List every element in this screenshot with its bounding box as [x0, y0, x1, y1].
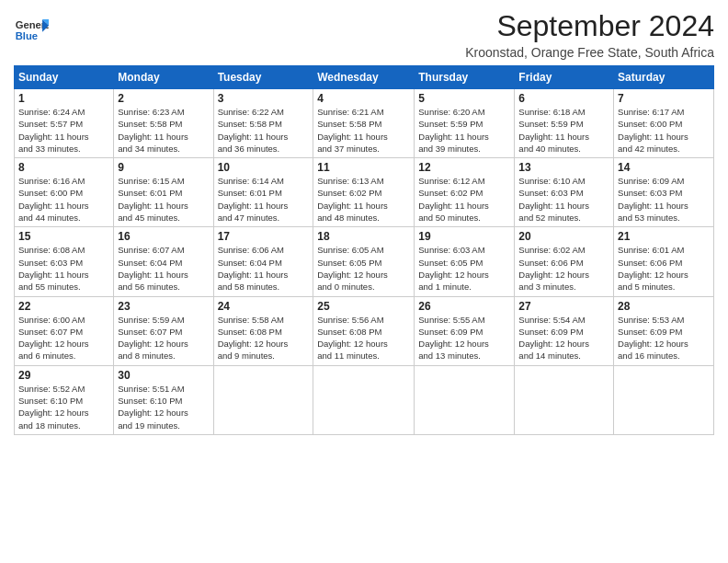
- day-cell: [313, 365, 415, 434]
- day-cell: 2Sunrise: 6:23 AM Sunset: 5:58 PM Daylig…: [114, 89, 213, 158]
- day-info: Sunrise: 6:00 AM Sunset: 6:07 PM Dayligh…: [18, 314, 109, 362]
- day-cell: 25Sunrise: 5:56 AM Sunset: 6:08 PM Dayli…: [313, 296, 415, 365]
- day-info: Sunrise: 6:16 AM Sunset: 6:00 PM Dayligh…: [18, 175, 109, 224]
- day-info: Sunrise: 6:20 AM Sunset: 5:59 PM Dayligh…: [418, 106, 510, 155]
- day-number: 2: [118, 92, 209, 105]
- day-cell: 9Sunrise: 6:15 AM Sunset: 6:01 PM Daylig…: [114, 158, 213, 227]
- day-cell: 29Sunrise: 5:52 AM Sunset: 6:10 PM Dayli…: [15, 365, 114, 434]
- day-cell: 10Sunrise: 6:14 AM Sunset: 6:01 PM Dayli…: [213, 158, 313, 227]
- weekday-header-row: SundayMondayTuesdayWednesdayThursdayFrid…: [15, 66, 714, 89]
- day-info: Sunrise: 6:17 AM Sunset: 6:00 PM Dayligh…: [618, 106, 710, 155]
- title-area: September 2024 Kroonstad, Orange Free St…: [465, 9, 714, 60]
- day-number: 17: [218, 230, 310, 243]
- day-cell: 7Sunrise: 6:17 AM Sunset: 6:00 PM Daylig…: [614, 89, 714, 158]
- day-cell: 26Sunrise: 5:55 AM Sunset: 6:09 PM Dayli…: [415, 296, 515, 365]
- day-info: Sunrise: 6:14 AM Sunset: 6:01 PM Dayligh…: [218, 175, 310, 224]
- logo: General Blue: [14, 13, 51, 48]
- day-cell: 13Sunrise: 6:10 AM Sunset: 6:03 PM Dayli…: [515, 158, 614, 227]
- week-row-3: 15Sunrise: 6:08 AM Sunset: 6:03 PM Dayli…: [15, 227, 714, 296]
- day-number: 26: [418, 300, 510, 313]
- day-number: 28: [618, 300, 710, 313]
- day-cell: 22Sunrise: 6:00 AM Sunset: 6:07 PM Dayli…: [15, 296, 114, 365]
- day-info: Sunrise: 6:02 AM Sunset: 6:06 PM Dayligh…: [518, 244, 609, 293]
- header: General Blue September 2024 Kroonstad, O…: [14, 9, 714, 60]
- day-number: 23: [118, 300, 209, 313]
- day-cell: 3Sunrise: 6:22 AM Sunset: 5:58 PM Daylig…: [213, 89, 313, 158]
- day-info: Sunrise: 5:54 AM Sunset: 6:09 PM Dayligh…: [518, 314, 609, 362]
- day-info: Sunrise: 5:58 AM Sunset: 6:08 PM Dayligh…: [218, 314, 310, 362]
- day-cell: 12Sunrise: 6:12 AM Sunset: 6:02 PM Dayli…: [415, 158, 515, 227]
- day-info: Sunrise: 5:59 AM Sunset: 6:07 PM Dayligh…: [118, 314, 209, 362]
- day-cell: 4Sunrise: 6:21 AM Sunset: 5:58 PM Daylig…: [313, 89, 415, 158]
- weekday-monday: Monday: [114, 66, 213, 89]
- week-row-2: 8Sunrise: 6:16 AM Sunset: 6:00 PM Daylig…: [15, 158, 714, 227]
- day-number: 20: [518, 230, 609, 243]
- day-number: 14: [618, 161, 710, 174]
- day-cell: 1Sunrise: 6:24 AM Sunset: 5:57 PM Daylig…: [15, 89, 114, 158]
- day-info: Sunrise: 6:12 AM Sunset: 6:02 PM Dayligh…: [418, 175, 510, 224]
- day-info: Sunrise: 6:03 AM Sunset: 6:05 PM Dayligh…: [418, 244, 510, 293]
- day-cell: [614, 365, 714, 434]
- day-cell: 20Sunrise: 6:02 AM Sunset: 6:06 PM Dayli…: [515, 227, 614, 296]
- day-info: Sunrise: 6:01 AM Sunset: 6:06 PM Dayligh…: [618, 244, 710, 293]
- page: General Blue September 2024 Kroonstad, O…: [0, 0, 728, 563]
- day-info: Sunrise: 6:10 AM Sunset: 6:03 PM Dayligh…: [518, 175, 609, 224]
- day-cell: 30Sunrise: 5:51 AM Sunset: 6:10 PM Dayli…: [114, 365, 213, 434]
- day-number: 25: [317, 300, 410, 313]
- day-info: Sunrise: 6:24 AM Sunset: 5:57 PM Dayligh…: [18, 106, 109, 155]
- day-info: Sunrise: 6:21 AM Sunset: 5:58 PM Dayligh…: [317, 106, 410, 155]
- weekday-wednesday: Wednesday: [313, 66, 415, 89]
- day-info: Sunrise: 6:22 AM Sunset: 5:58 PM Dayligh…: [218, 106, 310, 155]
- day-info: Sunrise: 6:09 AM Sunset: 6:03 PM Dayligh…: [618, 175, 710, 224]
- day-cell: 5Sunrise: 6:20 AM Sunset: 5:59 PM Daylig…: [415, 89, 515, 158]
- day-number: 15: [18, 230, 109, 243]
- day-info: Sunrise: 6:18 AM Sunset: 5:59 PM Dayligh…: [518, 106, 609, 155]
- day-cell: 11Sunrise: 6:13 AM Sunset: 6:02 PM Dayli…: [313, 158, 415, 227]
- day-number: 22: [18, 300, 109, 313]
- day-cell: 16Sunrise: 6:07 AM Sunset: 6:04 PM Dayli…: [114, 227, 213, 296]
- day-info: Sunrise: 5:55 AM Sunset: 6:09 PM Dayligh…: [418, 314, 510, 362]
- day-cell: 15Sunrise: 6:08 AM Sunset: 6:03 PM Dayli…: [15, 227, 114, 296]
- day-number: 11: [317, 161, 410, 174]
- day-number: 21: [618, 230, 710, 243]
- calendar: SundayMondayTuesdayWednesdayThursdayFrid…: [14, 65, 714, 435]
- logo-icon: General Blue: [14, 13, 49, 48]
- day-number: 3: [218, 92, 310, 105]
- day-number: 19: [418, 230, 510, 243]
- week-row-1: 1Sunrise: 6:24 AM Sunset: 5:57 PM Daylig…: [15, 89, 714, 158]
- day-number: 29: [18, 369, 109, 382]
- location-subtitle: Kroonstad, Orange Free State, South Afri…: [465, 45, 714, 60]
- day-number: 12: [418, 161, 510, 174]
- month-title: September 2024: [465, 9, 714, 43]
- day-cell: 23Sunrise: 5:59 AM Sunset: 6:07 PM Dayli…: [114, 296, 213, 365]
- day-number: 13: [518, 161, 609, 174]
- day-cell: 6Sunrise: 6:18 AM Sunset: 5:59 PM Daylig…: [515, 89, 614, 158]
- day-cell: 19Sunrise: 6:03 AM Sunset: 6:05 PM Dayli…: [415, 227, 515, 296]
- day-number: 8: [18, 161, 109, 174]
- weekday-sunday: Sunday: [15, 66, 114, 89]
- day-info: Sunrise: 6:08 AM Sunset: 6:03 PM Dayligh…: [18, 244, 109, 293]
- day-number: 18: [317, 230, 410, 243]
- day-number: 16: [118, 230, 209, 243]
- day-number: 27: [518, 300, 609, 313]
- day-cell: 24Sunrise: 5:58 AM Sunset: 6:08 PM Dayli…: [213, 296, 313, 365]
- day-info: Sunrise: 5:56 AM Sunset: 6:08 PM Dayligh…: [317, 314, 410, 362]
- day-info: Sunrise: 5:53 AM Sunset: 6:09 PM Dayligh…: [618, 314, 710, 362]
- day-number: 10: [218, 161, 310, 174]
- day-number: 30: [118, 369, 209, 382]
- day-number: 6: [518, 92, 609, 105]
- day-info: Sunrise: 6:13 AM Sunset: 6:02 PM Dayligh…: [317, 175, 410, 224]
- weekday-saturday: Saturday: [614, 66, 714, 89]
- svg-text:Blue: Blue: [16, 30, 38, 41]
- day-info: Sunrise: 6:23 AM Sunset: 5:58 PM Dayligh…: [118, 106, 209, 155]
- day-cell: 28Sunrise: 5:53 AM Sunset: 6:09 PM Dayli…: [614, 296, 714, 365]
- day-number: 1: [18, 92, 109, 105]
- weekday-tuesday: Tuesday: [213, 66, 313, 89]
- day-cell: 17Sunrise: 6:06 AM Sunset: 6:04 PM Dayli…: [213, 227, 313, 296]
- day-info: Sunrise: 6:15 AM Sunset: 6:01 PM Dayligh…: [118, 175, 209, 224]
- day-cell: 18Sunrise: 6:05 AM Sunset: 6:05 PM Dayli…: [313, 227, 415, 296]
- day-info: Sunrise: 6:06 AM Sunset: 6:04 PM Dayligh…: [218, 244, 310, 293]
- day-number: 4: [317, 92, 410, 105]
- weekday-thursday: Thursday: [415, 66, 515, 89]
- day-cell: [213, 365, 313, 434]
